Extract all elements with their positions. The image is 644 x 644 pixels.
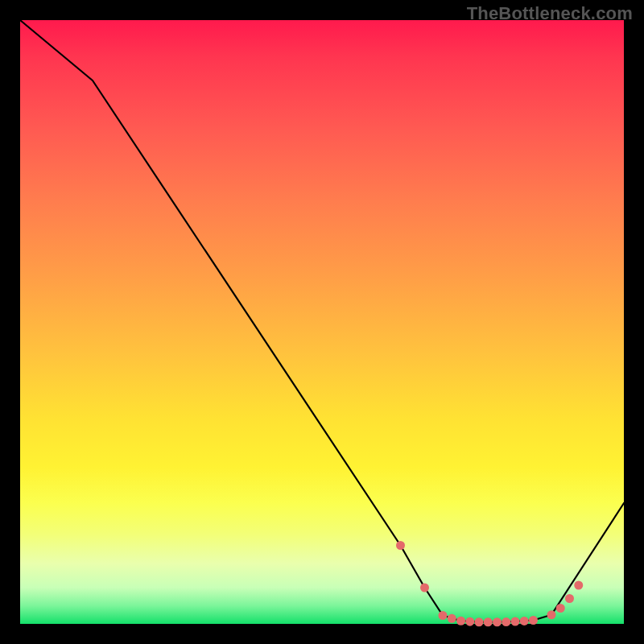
marker-dot xyxy=(465,617,474,626)
marker-dot xyxy=(565,594,574,603)
marker-dot xyxy=(529,616,538,625)
marker-dot xyxy=(511,617,520,626)
marker-dot xyxy=(547,610,556,619)
plot-area xyxy=(20,20,624,624)
bottleneck-curve-line xyxy=(20,20,624,622)
marker-dot xyxy=(456,617,465,625)
marker-group xyxy=(396,541,583,626)
marker-dot xyxy=(439,611,448,620)
marker-dot xyxy=(502,617,510,626)
marker-dot xyxy=(396,541,405,550)
marker-dot xyxy=(484,617,493,626)
marker-dot xyxy=(475,617,484,626)
marker-dot xyxy=(448,614,456,623)
chart-svg xyxy=(20,20,624,624)
marker-dot xyxy=(493,617,502,626)
marker-dot xyxy=(556,604,565,613)
marker-dot xyxy=(520,617,529,625)
marker-dot xyxy=(574,581,583,590)
chart-frame: TheBottleneck.com xyxy=(0,0,644,644)
marker-dot xyxy=(420,584,429,592)
